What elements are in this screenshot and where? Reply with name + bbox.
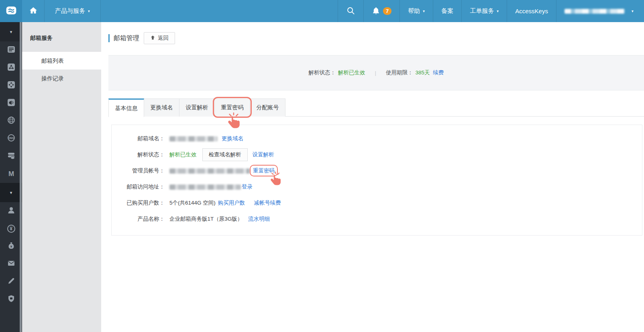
resolve-status-label: 解析状态：: [308, 69, 336, 76]
row-purchased-users: 已购买用户数： 5个(共6144G 空间) 购买用户数 减帐号续费: [112, 195, 642, 211]
tab-label: 基本信息: [115, 105, 138, 112]
bell-icon: [372, 6, 380, 16]
buy-users-link[interactable]: 购买用户数: [218, 199, 245, 207]
envelope-icon: [7, 259, 16, 269]
set-resolution-link[interactable]: 设置解析: [253, 151, 274, 158]
products-services-label: 产品与服务: [55, 7, 85, 15]
reset-password-link[interactable]: 重置密码: [253, 168, 275, 174]
sidebar-group1-collapse[interactable]: ▾: [0, 22, 22, 41]
sidebar-item-mail[interactable]: [0, 255, 22, 273]
dns-globe-icon: DNS: [7, 133, 16, 144]
field-label: 管理员帐号：: [112, 167, 165, 174]
chevron-down-icon: ▾: [10, 190, 12, 195]
sub-sidebar: 邮箱服务 邮箱列表 操作记录: [22, 22, 101, 332]
check-domain-resolution-button[interactable]: 检查域名解析: [202, 148, 248, 161]
account-name-redacted: [565, 9, 625, 14]
icon-sidebar: ▾ DNS M ▾ ¥ ¥: [0, 22, 22, 332]
sidebar-item-m-service[interactable]: M: [0, 165, 22, 183]
field-label: 邮箱域名：: [112, 135, 165, 142]
tab-assign-account[interactable]: 分配账号: [250, 98, 285, 117]
sidebar-item-app-nodes[interactable]: [0, 59, 22, 77]
sidebar-item-announce[interactable]: [0, 94, 22, 112]
purchased-users-value: 5个(共6144G 空间): [169, 199, 216, 207]
aliyun-logo[interactable]: [0, 0, 22, 22]
sidebar-item-operation-log[interactable]: 操作记录: [22, 70, 101, 87]
topbar: 产品与服务 ▾ 7 帮助 ▾ 备案 工单服务 ▾ AccessKeys ▾: [0, 0, 644, 22]
home-icon: [29, 6, 38, 16]
login-link[interactable]: 登录: [242, 183, 253, 191]
ticket-service-menu[interactable]: 工单服务 ▾: [461, 0, 507, 22]
tab-label: 更换域名: [151, 104, 173, 111]
cloud-logo-icon: [5, 4, 17, 18]
beian-link[interactable]: 备案: [433, 0, 461, 22]
tab-label: 设置解析: [186, 104, 208, 111]
tab-label: 分配账号: [257, 104, 279, 111]
help-label: 帮助: [408, 7, 420, 15]
help-menu[interactable]: 帮助 ▾: [399, 0, 433, 22]
pencil-icon: [7, 277, 16, 287]
chevron-down-icon: ▾: [632, 9, 634, 13]
period-label: 使用期限：: [386, 69, 413, 76]
products-services-menu[interactable]: 产品与服务 ▾: [45, 0, 101, 22]
server-list-icon: [7, 45, 16, 55]
accesskeys-label: AccessKeys: [515, 8, 548, 14]
sidebar-scrollbar[interactable]: [20, 22, 22, 332]
renew-link[interactable]: 续费: [433, 69, 444, 76]
beian-label: 备案: [441, 7, 453, 15]
sidebar-item-user[interactable]: [0, 202, 22, 220]
page-title: 邮箱管理: [114, 34, 139, 43]
notification-count-badge: 7: [383, 7, 391, 15]
field-label: 产品名称：: [112, 215, 165, 223]
sidebar-item-cross-arrows[interactable]: [0, 77, 22, 94]
sidebar-item-dns[interactable]: DNS: [0, 130, 22, 148]
redacted-admin-account-value: [169, 168, 250, 174]
sidebar-item-globe[interactable]: [0, 112, 22, 130]
arrow-up-icon: [150, 35, 155, 41]
tab-basic-info[interactable]: 基本信息: [108, 98, 144, 117]
tabs: 基本信息 更换域名 设置解析 重置密码 分配账号: [108, 98, 644, 117]
main-content: 邮箱管理 返回 解析状态： 解析已生效 | 使用期限： 385天 续费 基本信息…: [101, 22, 644, 332]
sidebar-item-security[interactable]: [0, 291, 22, 308]
globe-icon: [7, 116, 16, 126]
sub-sidebar-header: 邮箱服务: [22, 22, 101, 52]
sidebar-item-funds[interactable]: ¥: [0, 238, 22, 255]
chevron-down-icon: ▾: [10, 29, 12, 35]
field-label: 邮箱访问地址：: [112, 183, 165, 191]
account-menu[interactable]: ▾: [556, 0, 644, 22]
sidebar-item-storage[interactable]: [0, 148, 22, 165]
back-button-label: 返回: [158, 35, 169, 42]
transaction-detail-link[interactable]: 流水明细: [248, 215, 270, 223]
tab-change-domain[interactable]: 更换域名: [144, 98, 179, 117]
sidebar-group2-collapse[interactable]: ▾: [0, 183, 22, 202]
user-icon: [7, 206, 16, 216]
home-button[interactable]: [22, 0, 45, 22]
row-product-name: 产品名称： 企业邮箱商务版1T（原3G版） 流水明细: [112, 211, 642, 227]
back-button[interactable]: 返回: [144, 32, 175, 44]
sidebar-item-server-list[interactable]: [0, 41, 22, 59]
topbar-spacer: [101, 0, 338, 22]
row-admin-account: 管理员帐号： 重置密码: [112, 163, 642, 179]
search-button[interactable]: [338, 0, 363, 22]
sidebar-item-edit[interactable]: [0, 273, 22, 291]
resolve-status-value: 解析已生效: [169, 151, 197, 158]
svg-text:¥: ¥: [10, 245, 12, 248]
tab-set-resolution[interactable]: 设置解析: [179, 98, 215, 117]
chevron-down-icon: ▾: [88, 9, 90, 13]
notifications-button[interactable]: 7: [363, 0, 399, 22]
sidebar-item-billing[interactable]: ¥: [0, 220, 22, 238]
field-label: 已购买用户数：: [112, 199, 165, 207]
row-mail-access-url: 邮箱访问地址： 登录: [112, 179, 642, 195]
sidebar-item-mailbox-list[interactable]: 邮箱列表: [22, 52, 101, 70]
tab-reset-password[interactable]: 重置密码: [214, 98, 250, 117]
redacted-domain-value: [169, 136, 218, 141]
reduce-account-renew-link[interactable]: 减帐号续费: [254, 199, 281, 207]
status-bar: 解析状态： 解析已生效 | 使用期限： 385天 续费: [108, 55, 644, 90]
change-domain-link[interactable]: 更换域名: [222, 135, 243, 142]
title-accent-bar: [108, 34, 110, 42]
page-head: 邮箱管理 返回: [108, 33, 175, 44]
ticket-service-label: 工单服务: [470, 7, 494, 15]
accesskeys-link[interactable]: AccessKeys: [507, 0, 556, 22]
cross-arrows-icon: [7, 80, 16, 91]
storage-stack-icon: [7, 151, 16, 162]
basic-info-panel: 邮箱域名： 更换域名 解析状态： 解析已生效 检查域名解析 设置解析 管理员帐号…: [111, 125, 642, 236]
